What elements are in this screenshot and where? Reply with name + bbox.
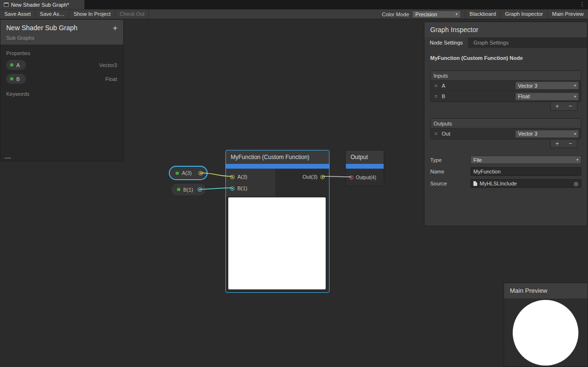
tab-title: New Shader Sub Graph* — [11, 2, 69, 8]
port-out-a[interactable] — [199, 171, 203, 175]
input-row-b[interactable]: = B Float ▾ — [431, 91, 581, 102]
add-input-button[interactable]: + — [555, 103, 559, 110]
chevron-down-icon: ▾ — [574, 132, 576, 136]
toolbar: Save Asset Save As… Show In Project Chec… — [0, 9, 588, 19]
port-in-b[interactable] — [230, 186, 235, 191]
show-in-project-button[interactable]: Show In Project — [69, 10, 115, 19]
property-node-b[interactable]: B(1) — [171, 183, 206, 196]
blackboard-subtitle: Sub Graphs — [6, 35, 118, 41]
node-accent-strip — [346, 164, 384, 169]
inspected-node-header: MyFunction (Custom Function) Node — [430, 55, 581, 61]
node-title[interactable]: MyFunction (Custom Function) — [226, 150, 329, 164]
source-value: MyHLSLInclude — [480, 181, 517, 186]
drag-handle-icon[interactable]: = — [434, 131, 438, 137]
port-in-output[interactable] — [349, 175, 353, 180]
graph-inspector-toggle-button[interactable]: Graph Inspector — [500, 10, 547, 19]
input-name: B — [442, 93, 512, 99]
port-label: Output(4) — [356, 175, 376, 180]
overflow-menu-icon[interactable]: ⋮ — [579, 0, 585, 9]
output-node[interactable]: Output Output(4) — [345, 150, 384, 186]
port-in-a[interactable] — [230, 175, 235, 179]
port-out-result[interactable] — [320, 175, 325, 179]
document-tab[interactable]: New Shader Sub Graph* — [0, 0, 84, 9]
blackboard-panel[interactable]: New Shader Sub Graph Sub Graphs + Proper… — [0, 19, 124, 161]
graph-inspector-panel[interactable]: Graph Inspector Node Settings Graph Sett… — [424, 22, 588, 226]
input-name: A — [442, 83, 512, 89]
blackboard-toggle-button[interactable]: Blackboard — [465, 10, 500, 19]
node-input-ports: A(3) B(1) — [226, 169, 275, 196]
property-node-a[interactable]: A(3) — [169, 166, 208, 180]
blackboard-title: New Shader Sub Graph — [6, 24, 118, 32]
drag-handle-icon[interactable]: = — [434, 83, 438, 89]
node-preview[interactable] — [228, 197, 326, 289]
source-object-field[interactable]: MyHLSLInclude ◎ — [470, 179, 581, 188]
check-out-button: Check Out — [115, 10, 149, 19]
input-type-dropdown[interactable]: Vector 3 ▾ — [515, 81, 579, 90]
port-out-b[interactable] — [198, 187, 202, 192]
save-as-button[interactable]: Save As… — [35, 10, 69, 19]
main-preview-title: Main Preview — [504, 283, 588, 298]
output-type-dropdown[interactable]: Vector 3 ▾ — [515, 130, 579, 138]
type-dropdown[interactable]: File ▾ — [470, 156, 581, 164]
blackboard-header: New Shader Sub Graph Sub Graphs + — [0, 20, 123, 45]
property-type: Vector3 — [99, 62, 117, 68]
property-pill[interactable]: A — [6, 60, 26, 70]
property-type: Float — [106, 76, 117, 82]
inspector-tabs: Node Settings Graph Settings — [424, 37, 587, 48]
input-type-dropdown[interactable]: Float ▾ — [515, 92, 579, 101]
port-label: A(3) — [237, 174, 247, 180]
property-node-label: A(3) — [182, 170, 196, 176]
chevron-down-icon: ▾ — [574, 83, 576, 88]
blackboard-row-a[interactable]: A Vector3 — [0, 58, 123, 72]
property-name: B — [16, 76, 20, 82]
drag-handle-icon[interactable]: = — [434, 93, 438, 99]
color-mode-label: Color Mode — [379, 11, 412, 17]
properties-section-label: Properties — [0, 45, 123, 58]
property-node-label: B(1) — [183, 187, 195, 193]
exposed-dot-icon — [176, 172, 179, 175]
remove-output-button[interactable]: − — [568, 140, 572, 148]
main-preview-toggle-button[interactable]: Main Preview — [547, 10, 588, 19]
chevron-down-icon: ▾ — [574, 94, 576, 99]
color-mode-value: Precision — [415, 11, 437, 17]
resize-handle[interactable] — [4, 158, 11, 159]
tab-node-settings[interactable]: Node Settings — [424, 37, 468, 48]
exposed-dot-icon — [10, 63, 13, 67]
add-output-button[interactable]: + — [555, 140, 559, 148]
remove-input-button[interactable]: − — [568, 103, 572, 110]
tab-graph-settings[interactable]: Graph Settings — [468, 37, 514, 48]
chevron-down-icon: ▾ — [456, 12, 458, 16]
dropdown-value: File — [473, 157, 482, 163]
source-label: Source — [430, 181, 470, 186]
type-label: Type — [430, 157, 470, 163]
blackboard-row-b[interactable]: B Float — [0, 72, 123, 86]
exposed-dot-icon — [177, 188, 180, 191]
inputs-list-footer: + − — [550, 102, 577, 111]
input-row-a[interactable]: = A Vector 3 ▾ — [431, 80, 581, 91]
output-row-out[interactable]: = Out Vector 3 ▾ — [431, 128, 581, 139]
graph-inspector-title: Graph Inspector — [424, 22, 587, 37]
preview-sphere — [513, 300, 578, 366]
outputs-list: Outputs = Out Vector 3 ▾ — [430, 118, 581, 139]
name-label: Name — [430, 169, 470, 174]
main-preview-body — [504, 298, 588, 367]
object-picker-icon[interactable]: ◎ — [572, 181, 580, 187]
main-preview-panel[interactable]: Main Preview — [504, 283, 588, 367]
window-icon — [4, 2, 9, 7]
inputs-list-header: Inputs — [431, 71, 581, 80]
property-name: A — [16, 62, 20, 68]
custom-function-node[interactable]: MyFunction (Custom Function) A(3) B(1) O… — [225, 150, 329, 293]
node-accent-strip — [226, 164, 329, 169]
name-field[interactable]: MyFunction — [470, 167, 581, 176]
dropdown-value: Vector 3 — [518, 131, 537, 137]
chevron-down-icon: ▾ — [576, 158, 578, 162]
add-property-icon[interactable]: + — [113, 24, 118, 32]
property-pill[interactable]: B — [6, 74, 26, 84]
keywords-section-label: Keywords — [0, 86, 123, 99]
port-label: Out(3) — [303, 174, 318, 180]
node-title[interactable]: Output — [346, 150, 384, 164]
color-mode-dropdown[interactable]: Precision ▾ — [412, 11, 461, 18]
inputs-list: Inputs = A Vector 3 ▾ = B Float ▾ — [430, 70, 581, 102]
outputs-list-footer: + − — [550, 139, 577, 148]
save-asset-button[interactable]: Save Asset — [0, 10, 35, 19]
